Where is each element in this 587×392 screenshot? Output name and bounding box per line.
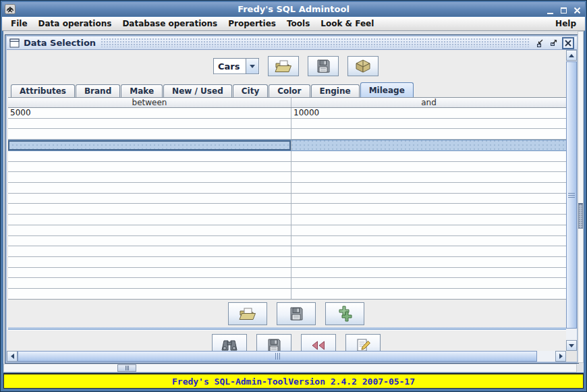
table-row[interactable] <box>8 215 566 225</box>
table-cell[interactable] <box>291 194 566 204</box>
desktop-vertical-scrollbar[interactable] <box>578 31 584 363</box>
table-cell[interactable] <box>8 194 291 204</box>
table-cell[interactable] <box>291 119 566 129</box>
tab-new-used[interactable]: New / Used <box>163 84 232 97</box>
menu-tools[interactable]: Tools <box>281 18 315 30</box>
desktop-vscroll-thumb[interactable] <box>578 203 583 229</box>
table-cell[interactable] <box>8 204 291 214</box>
maximize-icon[interactable] <box>559 5 569 14</box>
table-cell[interactable] <box>8 215 291 225</box>
table-cell[interactable] <box>291 236 566 246</box>
desktop-hscroll-thumb[interactable] <box>117 364 136 372</box>
tab-color[interactable]: Color <box>269 84 310 97</box>
table-row[interactable] <box>8 236 566 247</box>
tab-city[interactable]: City <box>233 84 268 97</box>
table-cell[interactable] <box>8 183 291 193</box>
iconify-icon[interactable] <box>535 38 545 48</box>
table-cell[interactable]: 10000 <box>291 108 566 118</box>
find-button[interactable] <box>212 334 247 351</box>
package-button[interactable] <box>347 56 379 76</box>
table-cell[interactable] <box>291 183 566 193</box>
table-cell[interactable] <box>291 140 566 150</box>
save-button[interactable] <box>256 334 291 351</box>
table-cell[interactable] <box>291 151 566 161</box>
scroll-left-icon[interactable] <box>7 351 18 362</box>
horizontal-scroll-thumb[interactable] <box>18 351 537 362</box>
table-row[interactable] <box>8 246 566 257</box>
menu-file[interactable]: File <box>5 18 33 30</box>
table-row[interactable] <box>8 289 566 299</box>
minimize-icon[interactable] <box>545 5 555 14</box>
table-cell[interactable] <box>8 268 291 278</box>
table-row[interactable] <box>8 204 566 215</box>
table-cell[interactable] <box>8 119 291 129</box>
tab-attributes[interactable]: Attributes <box>11 84 75 97</box>
desktop-horizontal-scrollbar[interactable] <box>3 364 577 372</box>
table-row[interactable]: 500010000 <box>8 108 566 119</box>
table-cell[interactable] <box>8 151 291 161</box>
table-cell[interactable] <box>291 257 566 267</box>
table-row[interactable] <box>8 119 566 130</box>
table-row[interactable] <box>8 172 566 183</box>
close-icon[interactable] <box>572 5 582 14</box>
table-cell[interactable] <box>291 225 566 235</box>
table-cell[interactable] <box>291 162 566 172</box>
frame-horizontal-scrollbar[interactable] <box>7 351 566 362</box>
table-cell[interactable] <box>291 246 566 256</box>
tab-engine[interactable]: Engine <box>311 84 360 97</box>
table-cell[interactable] <box>291 268 566 278</box>
open-button[interactable] <box>228 302 267 325</box>
table-row[interactable] <box>8 194 566 204</box>
scroll-right-icon[interactable] <box>555 351 566 362</box>
table-cell[interactable] <box>8 172 291 182</box>
table-cell[interactable]: 5000 <box>8 108 291 118</box>
table-row[interactable] <box>8 162 566 173</box>
table-cell[interactable] <box>291 204 566 214</box>
menu-properties[interactable]: Properties <box>223 18 281 30</box>
table-cell[interactable] <box>291 172 566 182</box>
scroll-up-icon[interactable] <box>566 50 577 61</box>
internal-frame-titlebar[interactable]: Data Selection <box>7 36 577 50</box>
table-row[interactable] <box>8 140 566 151</box>
table-cell[interactable] <box>8 225 291 235</box>
table-select[interactable]: Cars <box>213 58 259 74</box>
table-row[interactable] <box>8 278 566 289</box>
back-button[interactable] <box>301 334 336 351</box>
table-row[interactable] <box>8 268 566 279</box>
table-row[interactable] <box>8 183 566 194</box>
table-cell[interactable] <box>8 236 291 246</box>
table-cell[interactable] <box>8 278 291 288</box>
table-row[interactable] <box>8 225 566 236</box>
restore-icon[interactable] <box>549 38 559 48</box>
tab-mileage[interactable]: Mileage <box>360 82 414 97</box>
menu-data-operations[interactable]: Data operations <box>33 18 117 30</box>
table-cell[interactable] <box>291 129 566 139</box>
frame-vertical-scrollbar[interactable] <box>566 50 577 351</box>
table-cell[interactable] <box>291 289 566 299</box>
save-button[interactable] <box>308 56 339 76</box>
table-row[interactable] <box>8 257 566 268</box>
table-cell[interactable] <box>291 215 566 225</box>
table-cell[interactable] <box>8 140 291 150</box>
tab-brand[interactable]: Brand <box>76 84 120 97</box>
table-cell[interactable] <box>8 257 291 267</box>
combo-arrow-icon[interactable] <box>246 59 258 74</box>
table-row[interactable] <box>8 151 566 162</box>
close-frame-icon[interactable] <box>562 37 574 49</box>
table-cell[interactable] <box>8 129 291 139</box>
table-row[interactable] <box>8 129 566 140</box>
menu-look-feel[interactable]: Look & Feel <box>315 18 379 30</box>
tab-make[interactable]: Make <box>121 84 163 97</box>
menu-help[interactable]: Help <box>550 18 582 30</box>
save-button[interactable] <box>277 302 316 325</box>
table-cell[interactable] <box>8 162 291 172</box>
vertical-scroll-thumb[interactable] <box>566 61 577 329</box>
table-cell[interactable] <box>291 278 566 288</box>
add-button[interactable] <box>325 302 364 325</box>
table-cell[interactable] <box>8 289 291 299</box>
column-header-between[interactable]: between <box>8 98 291 107</box>
column-header-and[interactable]: and <box>291 98 566 107</box>
open-button[interactable] <box>268 56 299 76</box>
menu-database-operations[interactable]: Database operations <box>117 18 223 30</box>
edit-button[interactable] <box>345 334 381 351</box>
